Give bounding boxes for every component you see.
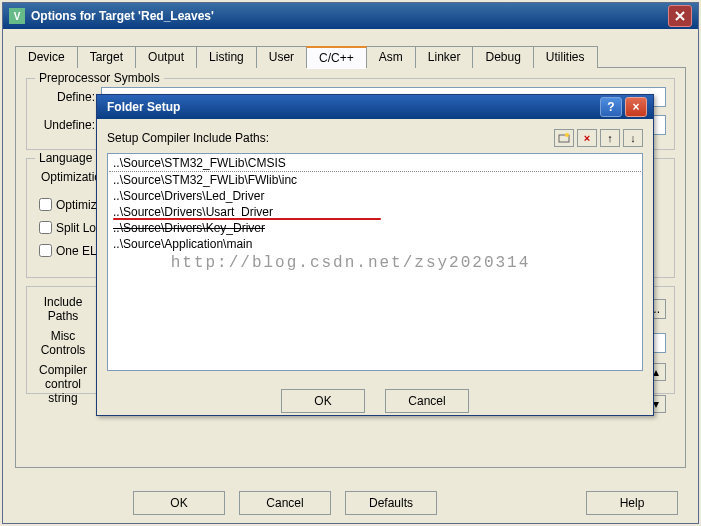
list-item[interactable]: ..\Source\Drivers\Key_Driver [109, 220, 641, 236]
tab-linker[interactable]: Linker [415, 46, 474, 68]
folder-setup-dialog: Folder Setup ? × Setup Compiler Include … [96, 94, 654, 416]
options-help-button[interactable]: Help [586, 491, 678, 515]
tab-utilities[interactable]: Utilities [533, 46, 598, 68]
folder-setup-titlebar: Folder Setup ? × [97, 95, 653, 119]
tab-c-cpp[interactable]: C/C++ [306, 46, 367, 68]
compiler-string-label: Compiler control string [35, 363, 91, 405]
list-item[interactable]: ..\Source\STM32_FWLib\FWlib\inc [109, 172, 641, 188]
options-titlebar: V Options for Target 'Red_Leaves' [3, 3, 698, 29]
split-load-checkbox[interactable] [39, 221, 52, 234]
folder-setup-button-row: OK Cancel [97, 381, 653, 423]
window-close-button[interactable] [668, 5, 692, 27]
tab-debug[interactable]: Debug [472, 46, 533, 68]
window-title: Options for Target 'Red_Leaves' [31, 9, 668, 23]
misc-controls-label: Misc Controls [35, 329, 91, 357]
app-icon: V [9, 8, 25, 24]
folder-setup-ok-button[interactable]: OK [281, 389, 365, 413]
tab-target[interactable]: Target [77, 46, 136, 68]
options-ok-button[interactable]: OK [133, 491, 225, 515]
options-button-row: OK Cancel Defaults Help [3, 491, 698, 515]
folder-setup-close-button[interactable]: × [625, 97, 647, 117]
tabs: Device Target Output Listing User C/C++ … [15, 45, 686, 68]
list-item[interactable]: ..\Source\Application\main [109, 236, 641, 252]
move-down-button[interactable]: ↓ [623, 129, 643, 147]
new-folder-icon [558, 132, 570, 144]
undefine-label: Undefine: [35, 118, 95, 132]
tab-asm[interactable]: Asm [366, 46, 416, 68]
one-elf-checkbox[interactable] [39, 244, 52, 257]
new-path-button[interactable] [554, 129, 574, 147]
options-cancel-button[interactable]: Cancel [239, 491, 331, 515]
folder-setup-title: Folder Setup [103, 100, 597, 114]
optimize-time-checkbox[interactable] [39, 198, 52, 211]
group-language-label: Language [35, 151, 96, 165]
delete-path-button[interactable]: × [577, 129, 597, 147]
move-up-button[interactable]: ↑ [600, 129, 620, 147]
list-item[interactable]: ..\Source\STM32_FWLib\CMSIS [109, 155, 641, 172]
define-label: Define: [35, 90, 95, 104]
list-item[interactable]: ..\Source\Drivers\Led_Driver [109, 188, 641, 204]
svg-point-3 [565, 133, 569, 137]
tab-listing[interactable]: Listing [196, 46, 257, 68]
include-paths-listbox[interactable]: ..\Source\STM32_FWLib\CMSIS ..\Source\ST… [107, 153, 643, 371]
folder-setup-label: Setup Compiler Include Paths: [107, 131, 551, 145]
list-item[interactable]: ..\Source\Drivers\Usart_Driver [109, 204, 641, 220]
tab-user[interactable]: User [256, 46, 307, 68]
folder-setup-help-button[interactable]: ? [600, 97, 622, 117]
group-preprocessor-label: Preprocessor Symbols [35, 71, 164, 85]
tab-output[interactable]: Output [135, 46, 197, 68]
folder-setup-body: Setup Compiler Include Paths: × ↑ ↓ ..\S… [97, 119, 653, 381]
include-paths-label: Include Paths [35, 295, 91, 323]
options-defaults-button[interactable]: Defaults [345, 491, 437, 515]
tab-device[interactable]: Device [15, 46, 78, 68]
folder-setup-cancel-button[interactable]: Cancel [385, 389, 469, 413]
